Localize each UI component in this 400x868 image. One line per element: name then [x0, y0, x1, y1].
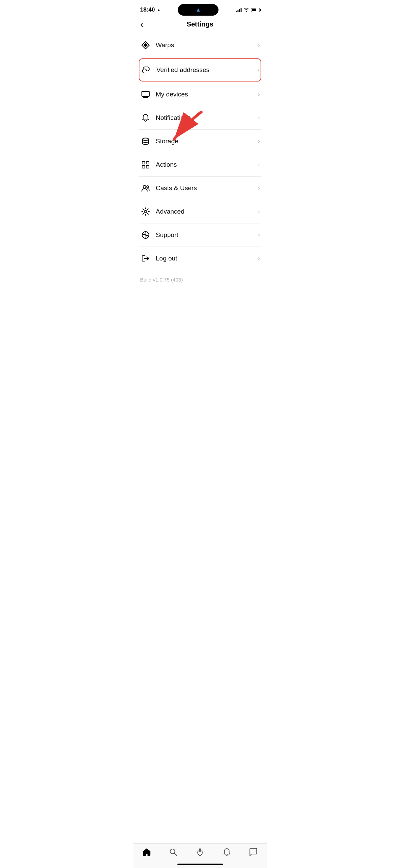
page-header: ‹ Settings	[133, 17, 267, 34]
settings-menu: Warps › Verified addresses › My devices …	[133, 34, 267, 270]
notifications-chevron: ›	[258, 114, 260, 121]
menu-item-advanced[interactable]: Advanced ›	[139, 200, 261, 223]
menu-item-actions[interactable]: Actions ›	[139, 153, 261, 177]
location-icon: ▲	[157, 8, 160, 12]
advanced-icon	[140, 206, 151, 217]
build-version: Build v1.0.75 (403)	[133, 270, 267, 287]
svg-point-2	[142, 138, 149, 141]
my-devices-icon	[140, 89, 151, 100]
status-icons	[236, 7, 260, 13]
svg-rect-5	[142, 165, 145, 168]
notifications-label: Notifications	[156, 114, 258, 122]
support-chevron: ›	[258, 232, 260, 238]
menu-item-my-devices[interactable]: My devices ›	[139, 83, 261, 106]
my-devices-chevron: ›	[258, 91, 260, 98]
storage-chevron: ›	[258, 138, 260, 145]
svg-point-9	[145, 211, 147, 213]
warps-label: Warps	[156, 41, 258, 49]
svg-rect-6	[146, 165, 149, 168]
advanced-chevron: ›	[258, 208, 260, 215]
svg-point-8	[147, 186, 149, 188]
menu-item-verified-addresses[interactable]: Verified addresses ›	[139, 58, 261, 82]
menu-item-support[interactable]: Support ›	[139, 223, 261, 247]
casts-users-icon	[140, 183, 151, 194]
svg-rect-1	[142, 91, 149, 96]
dynamic-island: ▲	[178, 4, 218, 16]
svg-rect-3	[142, 161, 145, 164]
casts-users-chevron: ›	[258, 185, 260, 192]
warps-icon	[140, 40, 151, 51]
menu-item-storage[interactable]: Storage ›	[139, 130, 261, 153]
logout-icon	[140, 253, 151, 264]
verified-addresses-icon	[141, 65, 152, 75]
battery-icon	[251, 8, 260, 12]
logout-label: Log out	[156, 255, 258, 262]
status-time: 18:40 ▲	[140, 6, 160, 13]
advanced-label: Advanced	[156, 208, 258, 215]
support-label: Support	[156, 231, 258, 239]
status-bar: 18:40 ▲ ▲	[133, 0, 267, 17]
page-title: Settings	[140, 20, 260, 28]
storage-icon	[140, 136, 151, 147]
wifi-icon	[244, 7, 249, 13]
menu-item-warps[interactable]: Warps ›	[139, 34, 261, 57]
actions-icon	[140, 159, 151, 170]
menu-item-notifications[interactable]: Notifications ›	[139, 106, 261, 130]
storage-label: Storage	[156, 138, 258, 145]
nav-app-icon: ▲	[196, 7, 201, 13]
back-button[interactable]: ‹	[140, 19, 143, 30]
logout-chevron: ›	[258, 255, 260, 262]
support-icon	[140, 230, 151, 240]
actions-label: Actions	[156, 161, 258, 168]
warps-chevron: ›	[258, 42, 260, 49]
svg-point-7	[143, 185, 146, 188]
notifications-icon	[140, 112, 151, 123]
menu-item-logout[interactable]: Log out ›	[139, 247, 261, 270]
actions-chevron: ›	[258, 161, 260, 168]
signal-bars-icon	[236, 7, 242, 12]
menu-item-casts-users[interactable]: Casts & Users ›	[139, 177, 261, 200]
verified-addresses-label: Verified addresses	[156, 66, 257, 74]
casts-users-label: Casts & Users	[156, 184, 258, 192]
svg-rect-4	[146, 161, 149, 164]
verified-addresses-chevron: ›	[257, 67, 259, 73]
my-devices-label: My devices	[156, 91, 258, 98]
